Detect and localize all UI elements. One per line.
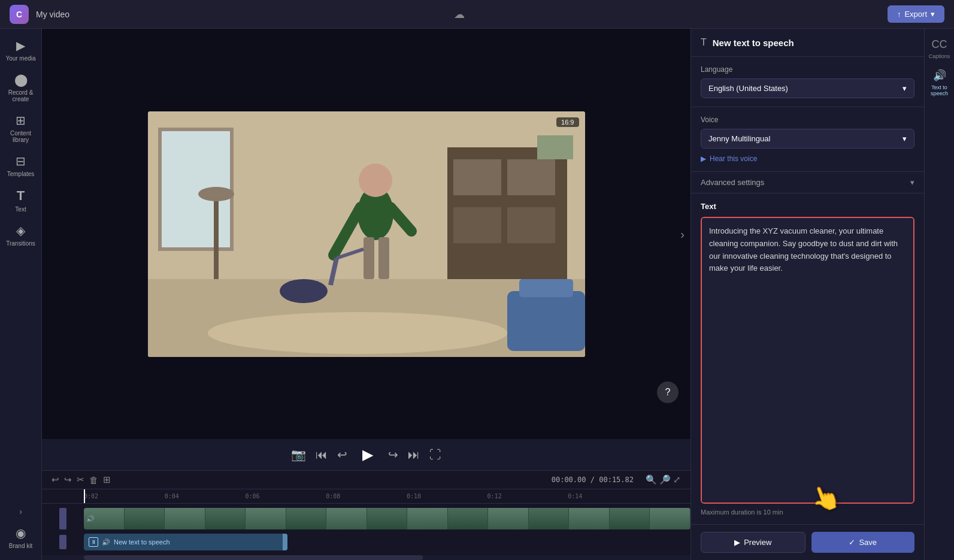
- export-button[interactable]: ↑ Export ▾: [888, 5, 944, 23]
- skip-forward-button[interactable]: ⏭: [408, 448, 420, 462]
- svg-point-23: [198, 187, 234, 201]
- fullscreen-button[interactable]: ⛶: [429, 448, 441, 462]
- skip-back-button[interactable]: ⏮: [316, 448, 328, 462]
- text-input[interactable]: Introducing the XYZ vacuum cleaner, your…: [702, 218, 913, 503]
- sidebar-label-templates: Templates: [7, 171, 35, 177]
- sidebar-label-transitions: Transitions: [6, 240, 35, 247]
- scrollbar-thumb[interactable]: [84, 555, 423, 560]
- svg-rect-21: [519, 279, 573, 297]
- voice-dropdown[interactable]: Jenny Multilingual ▾: [701, 129, 914, 149]
- left-sidebar: ▶ Your media ⬤ Record &create ⊞ Content …: [0, 29, 42, 560]
- svg-point-11: [359, 164, 392, 197]
- advanced-settings-row[interactable]: Advanced settings ▾: [691, 172, 924, 193]
- video-frame: 16:9: [148, 111, 585, 357]
- sidebar-item-templates[interactable]: ⊟ Templates: [3, 149, 39, 182]
- sidebar-item-brand-kit[interactable]: ◉ Brand kit: [3, 521, 39, 554]
- sidebar-item-text[interactable]: T Text: [3, 183, 39, 217]
- timeline-timecode: 00:00.00 / 00:15.82: [552, 476, 634, 484]
- save-label: Save: [859, 538, 877, 547]
- fast-forward-button[interactable]: ↪: [388, 447, 398, 462]
- library-icon: ⊞: [16, 113, 26, 128]
- language-section: Language English (United States) ▾: [691, 57, 924, 107]
- undo-button[interactable]: ↩: [52, 474, 59, 485]
- sidebar-label-your-media: Your media: [5, 55, 35, 62]
- project-title[interactable]: My video: [36, 10, 454, 19]
- sidebar-item-transitions[interactable]: ◈ Transitions: [3, 219, 39, 252]
- strip-frame: [488, 508, 529, 529]
- language-dropdown[interactable]: English (United States) ▾: [701, 78, 914, 98]
- camera-toggle-button[interactable]: 📷: [291, 447, 306, 462]
- sidebar-label-text: Text: [15, 206, 26, 213]
- voice-value: Jenny Multilingual: [708, 134, 770, 143]
- duplicate-button[interactable]: ⊞: [103, 474, 111, 485]
- record-icon: ⬤: [14, 72, 28, 87]
- cloud-sync-icon[interactable]: ☁: [454, 8, 465, 21]
- advanced-chevron-icon: ▾: [910, 178, 914, 187]
- track-handle[interactable]: [59, 508, 66, 529]
- strip-frame: [125, 508, 165, 529]
- tts-track-label: [42, 535, 84, 549]
- hear-voice-button[interactable]: ▶ Hear this voice: [701, 155, 914, 163]
- delete-button[interactable]: 🗑: [89, 475, 98, 485]
- video-controls: 📷 ⏮ ↩ ▶ ↪ ⏭ ⛶: [42, 439, 690, 470]
- play-circle-icon: ▶: [701, 155, 706, 163]
- strip-frame: [448, 508, 489, 529]
- rewind-button[interactable]: ↩: [337, 447, 347, 462]
- brand-kit-icon: ◉: [16, 526, 26, 540]
- preview-label: Preview: [744, 538, 771, 547]
- svg-rect-20: [507, 291, 585, 351]
- zoom-out-button[interactable]: 🔍: [646, 474, 657, 485]
- expand-sidebar-icon[interactable]: ›: [19, 507, 22, 516]
- current-time: 00:00.00: [552, 476, 586, 484]
- language-chevron-icon: ▾: [902, 84, 907, 93]
- strip-frame: [407, 508, 448, 529]
- language-value: English (United States): [708, 84, 788, 93]
- tts-track-handle[interactable]: [59, 535, 66, 549]
- logo-letter: C: [16, 10, 22, 19]
- play-pause-button[interactable]: ▶: [357, 444, 378, 465]
- max-duration-text: Maximum duration is 10 min: [701, 508, 914, 516]
- text-to-speech-item[interactable]: 🔊 Text to speech: [925, 64, 954, 101]
- voice-label: Voice: [701, 116, 914, 124]
- tts-pause-button[interactable]: ⏸: [89, 537, 98, 547]
- ruler-mark: 0:02: [84, 493, 165, 500]
- tts-side-label: Text to speech: [927, 84, 952, 96]
- fit-button[interactable]: ⤢: [673, 474, 681, 485]
- svg-rect-7: [453, 207, 501, 243]
- center-area: 16:9 › ? 📷 ⏮ ↩ ▶ ↪ ⏭ ⛶ ↩ ↪ ✂ 🗑 ⊞ 00:00: [42, 29, 690, 560]
- video-track: 🔊: [42, 506, 690, 531]
- ruler-mark: 0:10: [407, 493, 487, 500]
- tts-resize-handle[interactable]: [283, 534, 287, 550]
- text-section-label: Text: [701, 202, 914, 211]
- preview-button[interactable]: ▶ Preview: [701, 532, 805, 553]
- action-buttons: ▶ Preview ✓ Save: [691, 524, 924, 560]
- right-panel: T New text to speech Language English (U…: [690, 29, 924, 560]
- svg-point-19: [208, 312, 507, 354]
- cut-button[interactable]: ✂: [77, 474, 84, 485]
- ruler-marks: 0:02 0:04 0:06 0:08 0:10 0:12 0:14: [84, 493, 649, 500]
- tts-track-block[interactable]: ⏸ 🔊 New text to speech: [84, 534, 287, 550]
- tts-audio-icon: 🔊: [102, 538, 110, 546]
- transitions-icon: ◈: [16, 223, 25, 238]
- help-button[interactable]: ?: [657, 382, 679, 403]
- text-section: Text Introducing the XYZ vacuum cleaner,…: [691, 193, 924, 524]
- redo-button[interactable]: ↪: [64, 474, 72, 485]
- sidebar-item-record-create[interactable]: ⬤ Record &create: [3, 68, 39, 107]
- ruler-mark: 0:06: [245, 493, 326, 500]
- video-strip: [84, 508, 690, 529]
- captions-item[interactable]: CC Captions: [926, 34, 953, 64]
- timeline-next-arrow[interactable]: ›: [680, 227, 685, 241]
- sidebar-item-your-media[interactable]: ▶ Your media: [3, 34, 39, 66]
- save-button[interactable]: ✓ Save: [811, 532, 915, 553]
- timeline-scrollbar[interactable]: [42, 555, 690, 560]
- svg-rect-9: [537, 135, 573, 159]
- video-track-content[interactable]: 🔊: [84, 508, 690, 529]
- playhead[interactable]: [84, 489, 85, 503]
- tts-track-content: ⏸ 🔊 New text to speech: [84, 531, 690, 553]
- export-chevron-icon: ▾: [931, 10, 935, 19]
- captions-icon: CC: [932, 38, 947, 51]
- sidebar-item-content-library[interactable]: ⊞ Content library: [3, 108, 39, 148]
- hear-voice-label: Hear this voice: [710, 155, 757, 163]
- zoom-in-button[interactable]: 🔎: [659, 474, 671, 485]
- scene-svg: [148, 111, 585, 357]
